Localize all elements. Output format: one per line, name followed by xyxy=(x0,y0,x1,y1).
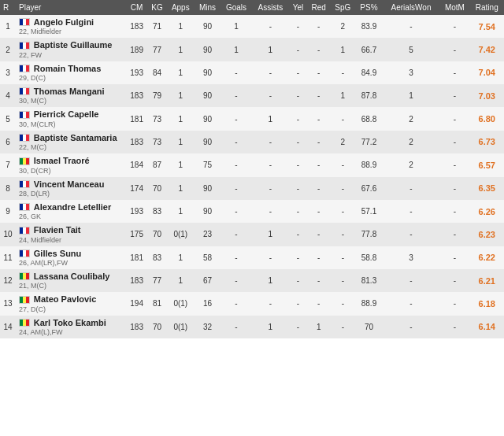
player-flag xyxy=(19,203,30,211)
cell-mins: 16 xyxy=(195,292,220,315)
cell-motm: - xyxy=(439,84,469,107)
cell-red: - xyxy=(307,200,330,223)
cell-kg: 77 xyxy=(147,269,166,292)
cell-red: - xyxy=(307,107,330,130)
cell-motm: - xyxy=(439,223,469,246)
cell-aerials: 3 xyxy=(383,246,439,269)
cell-red: - xyxy=(307,269,330,292)
cell-goals: - xyxy=(220,131,252,153)
table-row: 8 Vincent Manceau 28, D(LR) 174 70 1 90 … xyxy=(0,177,504,200)
cell-assists: - xyxy=(252,131,289,153)
cell-apps: 1 xyxy=(167,269,195,292)
cell-goals: - xyxy=(220,269,252,292)
cell-rank: 1 xyxy=(0,15,16,38)
cell-spg: - xyxy=(331,223,356,246)
cell-motm: - xyxy=(439,200,469,223)
cell-rank: 11 xyxy=(0,246,16,269)
player-meta: 27, D(C) xyxy=(19,305,46,313)
cell-yel: - xyxy=(289,177,307,200)
player-meta: 22, Midfielder xyxy=(19,28,61,35)
player-meta: 26, GK xyxy=(19,212,41,220)
cell-goals: 1 xyxy=(220,15,252,38)
cell-red: - xyxy=(307,246,330,269)
cell-yel: - xyxy=(289,131,307,153)
cell-mins: 90 xyxy=(195,177,220,200)
player-stats-table: R Player CM KG Apps Mins Goals Assists Y… xyxy=(0,0,504,338)
cell-apps: 1 xyxy=(167,131,195,153)
cell-aerials: 2 xyxy=(383,107,439,130)
cell-ps: 77.8 xyxy=(355,223,383,246)
cell-spg: 2 xyxy=(331,15,356,38)
cell-yel: - xyxy=(289,246,307,269)
cell-red: - xyxy=(307,292,330,315)
cell-aerials: 3 xyxy=(383,61,439,84)
cell-apps: 0(1) xyxy=(167,316,195,338)
cell-spg: - xyxy=(331,316,356,338)
cell-kg: 70 xyxy=(147,316,166,338)
table-row: 3 Romain Thomas 29, D(C) 193 84 1 90 - -… xyxy=(0,61,504,84)
cell-kg: 70 xyxy=(147,177,166,200)
cell-motm: - xyxy=(439,131,469,153)
cell-assists: - xyxy=(252,84,289,107)
cell-aerials: - xyxy=(383,15,439,38)
cell-motm: - xyxy=(439,246,469,269)
player-flag xyxy=(19,65,30,72)
player-name: Ismael Traoré xyxy=(34,156,90,165)
cell-mins: 32 xyxy=(195,316,220,338)
cell-motm: - xyxy=(439,38,469,61)
cell-spg: 1 xyxy=(331,38,356,61)
cell-assists: - xyxy=(252,15,289,38)
player-meta: 30, M(C) xyxy=(19,97,46,105)
cell-apps: 1 xyxy=(167,15,195,38)
cell-mins: 90 xyxy=(195,38,220,61)
cell-yel: - xyxy=(289,223,307,246)
player-name: Karl Toko Ekambi xyxy=(34,318,106,327)
cell-aerials: 5 xyxy=(383,38,439,61)
col-red: Red xyxy=(307,0,330,15)
cell-rank: 2 xyxy=(0,38,16,61)
table-row: 13 Mateo Pavlovic 27, D(C) 194 81 0(1) 1… xyxy=(0,292,504,315)
player-flag xyxy=(19,296,30,304)
cell-red: - xyxy=(307,84,330,107)
cell-rank: 9 xyxy=(0,200,16,223)
cell-spg: - xyxy=(331,292,356,315)
cell-goals: - xyxy=(220,223,252,246)
cell-yel: - xyxy=(289,107,307,130)
cell-aerials: - xyxy=(383,200,439,223)
cell-aerials: - xyxy=(383,292,439,315)
cell-aerials: - xyxy=(383,316,439,338)
cell-motm: - xyxy=(439,292,469,315)
table-row: 2 Baptiste Guillaume 22, FW 189 77 1 90 … xyxy=(0,38,504,61)
cell-rank: 13 xyxy=(0,292,16,315)
cell-cm: 175 xyxy=(126,223,147,246)
player-name: Pierrick Capelle xyxy=(34,109,99,119)
col-kg: KG xyxy=(147,0,166,15)
cell-motm: - xyxy=(439,107,469,130)
cell-rating: 6.73 xyxy=(470,131,505,153)
col-mins: Mins xyxy=(195,0,220,15)
cell-ps: 70 xyxy=(355,316,383,338)
cell-player: Mateo Pavlovic 27, D(C) xyxy=(16,292,126,315)
player-meta: 26, AM(LR),FW xyxy=(19,259,68,267)
cell-goals: - xyxy=(220,200,252,223)
cell-mins: 90 xyxy=(195,84,220,107)
cell-player: Thomas Mangani 30, M(C) xyxy=(16,84,126,107)
table-row: 11 Gilles Sunu 26, AM(LR),FW 181 83 1 58… xyxy=(0,246,504,269)
col-spg: SpG xyxy=(331,0,356,15)
player-meta: 24, AM(L),FW xyxy=(19,328,63,336)
cell-red: - xyxy=(307,38,330,61)
cell-mins: 23 xyxy=(195,223,220,246)
cell-cm: 194 xyxy=(126,292,147,315)
cell-goals: 1 xyxy=(220,38,252,61)
col-rating: Rating xyxy=(470,0,505,15)
table-row: 4 Thomas Mangani 30, M(C) 183 79 1 90 - … xyxy=(0,84,504,107)
cell-apps: 1 xyxy=(167,107,195,130)
cell-cm: 183 xyxy=(126,15,147,38)
player-meta: 28, D(LR) xyxy=(19,190,50,198)
player-name: Romain Thomas xyxy=(34,64,102,73)
cell-motm: - xyxy=(439,177,469,200)
cell-ps: 81.3 xyxy=(355,269,383,292)
player-name: Vincent Manceau xyxy=(34,179,105,189)
cell-aerials: - xyxy=(383,223,439,246)
cell-goals: - xyxy=(220,292,252,315)
